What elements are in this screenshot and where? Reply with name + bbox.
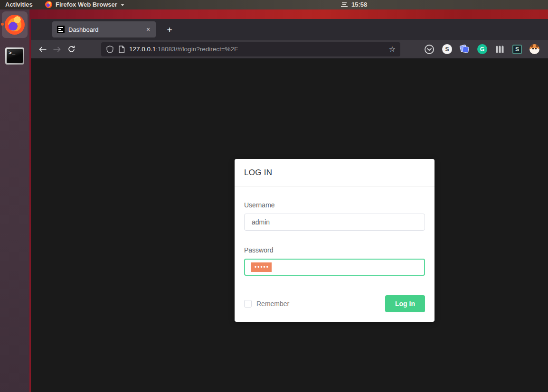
url-bar[interactable]: 127.0.0.1:18083/#/login?redirect=%2F ☆ (101, 42, 400, 56)
login-actions-row: Remember Log In (244, 295, 425, 312)
navigation-toolbar: 127.0.0.1:18083/#/login?redirect=%2F ☆ S (31, 40, 548, 59)
login-card-title: LOG IN (235, 159, 435, 187)
gnome-top-bar: Activities Firefox Web Browser 15:58 (0, 0, 548, 9)
blue-square-front (462, 46, 469, 53)
remember-checkbox[interactable] (244, 300, 252, 308)
tab-close-button[interactable]: × (143, 25, 153, 34)
firefox-icon (5, 15, 25, 35)
url-text[interactable]: 127.0.0.1:18083/#/login?redirect=%2F (129, 46, 385, 53)
terminal-icon-glyph: >_ (7, 49, 23, 63)
page-info-icon[interactable] (118, 46, 125, 53)
firefox-window: Dashboard × + (31, 19, 548, 392)
tab-title: Dashboard (68, 26, 140, 33)
remember-label: Remember (256, 300, 289, 308)
extension-icons-row: S G S (424, 44, 539, 55)
back-button[interactable] (36, 42, 50, 56)
clock-menu-button[interactable]: 15:58 (341, 1, 367, 8)
copy-pages-extension-icon[interactable] (460, 44, 470, 54)
weekday-icon (341, 2, 348, 7)
grammarly-letter: G (480, 46, 484, 53)
forward-button[interactable] (50, 42, 64, 56)
forward-arrow-icon (53, 46, 61, 53)
chevron-down-icon (121, 4, 124, 6)
bookmark-star-icon[interactable]: ☆ (389, 46, 396, 53)
password-group: Password ••••• (244, 246, 425, 276)
activities-button[interactable]: Activities (5, 1, 33, 8)
password-masked-selection: ••••• (251, 262, 272, 272)
terminal-icon: >_ (5, 47, 24, 65)
reload-icon (67, 45, 76, 53)
stylus-letter: S (515, 46, 519, 53)
s-extension-letter: S (445, 46, 449, 53)
clock-time: 15:58 (351, 1, 367, 8)
login-button[interactable]: Log In (385, 295, 425, 312)
pocket-icon[interactable] (424, 44, 435, 55)
password-label: Password (244, 246, 425, 259)
username-label: Username (244, 201, 425, 214)
login-form: Username Password ••••• Remember Log In (235, 187, 435, 322)
privacy-badger-extension-icon[interactable] (529, 44, 539, 54)
dock: >_ (0, 9, 29, 392)
shield-icon[interactable] (106, 45, 114, 54)
running-indicator-dot (1, 23, 4, 26)
username-group: Username (244, 201, 425, 231)
desktop-screen: Activities Firefox Web Browser 15:58 >_ … (0, 0, 548, 392)
tab-bar: Dashboard × + (31, 19, 548, 40)
grammarly-extension-icon[interactable]: G (477, 44, 487, 54)
app-menu-button[interactable]: Firefox Web Browser (45, 1, 124, 8)
tab-dashboard[interactable]: Dashboard × (52, 21, 156, 37)
login-card: LOG IN Username Password ••••• (235, 159, 435, 322)
back-arrow-icon (38, 46, 47, 53)
url-host: 127.0.0.1 (129, 46, 156, 53)
password-input[interactable]: ••••• (244, 259, 425, 276)
username-input[interactable] (244, 214, 425, 231)
page-content: LOG IN Username Password ••••• (31, 59, 548, 392)
fence-extension-icon[interactable] (495, 45, 505, 54)
dock-item-terminal[interactable]: >_ (2, 43, 28, 69)
stylus-extension-icon[interactable]: S (512, 45, 522, 54)
url-path: :18083/#/login?redirect=%2F (156, 46, 238, 53)
new-tab-button[interactable]: + (162, 23, 177, 37)
firefox-icon (45, 1, 52, 8)
reload-button[interactable] (64, 42, 78, 56)
s-extension-icon[interactable]: S (442, 44, 452, 54)
app-menu-label: Firefox Web Browser (56, 1, 117, 8)
dock-item-firefox[interactable] (2, 11, 28, 38)
site-favicon (57, 26, 65, 33)
